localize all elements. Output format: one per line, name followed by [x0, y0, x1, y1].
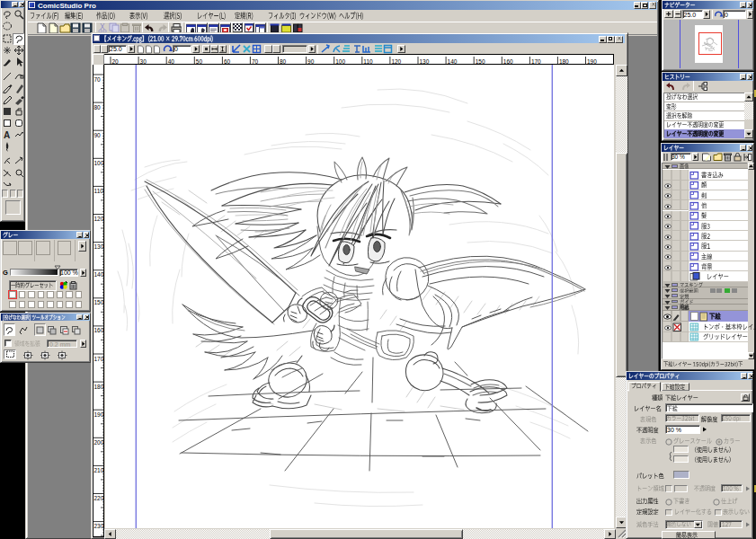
svg-text:50: 50: [196, 57, 203, 64]
svg-text:180: 180: [559, 57, 569, 64]
svg-text:100: 100: [335, 57, 345, 64]
svg-text:160: 160: [503, 57, 513, 64]
svg-text:120: 120: [391, 57, 401, 64]
svg-text:120: 120: [94, 216, 104, 222]
svg-text:90: 90: [94, 132, 102, 138]
svg-text:40: 40: [168, 57, 175, 64]
svg-text:160: 160: [94, 327, 104, 333]
svg-text:150: 150: [476, 57, 485, 64]
svg-text:220: 220: [94, 495, 104, 501]
svg-text:110: 110: [363, 57, 373, 64]
svg-text:140: 140: [448, 57, 458, 64]
svg-text:70: 70: [252, 57, 259, 64]
svg-text:130: 130: [94, 243, 104, 250]
svg-text:100: 100: [94, 160, 104, 166]
svg-text:80: 80: [280, 57, 287, 64]
svg-text:30: 30: [140, 57, 147, 64]
svg-text:130: 130: [420, 57, 430, 64]
svg-text:90: 90: [307, 57, 315, 64]
svg-text:190: 190: [94, 411, 104, 418]
svg-text:A: A: [4, 130, 10, 140]
svg-text:210: 210: [94, 467, 104, 473]
svg-text:140: 140: [94, 271, 104, 278]
svg-text:70: 70: [94, 76, 102, 83]
svg-text:60: 60: [224, 57, 231, 64]
svg-text:170: 170: [531, 57, 541, 64]
svg-text:150: 150: [94, 299, 104, 305]
svg-text:80: 80: [94, 104, 102, 110]
svg-text:190: 190: [587, 57, 597, 64]
svg-text:110: 110: [94, 188, 104, 194]
svg-text:20: 20: [112, 57, 120, 64]
svg-text:170: 170: [94, 356, 104, 362]
svg-text:180: 180: [94, 384, 104, 390]
svg-text:230: 230: [94, 523, 104, 529]
svg-text:200: 200: [94, 439, 104, 446]
